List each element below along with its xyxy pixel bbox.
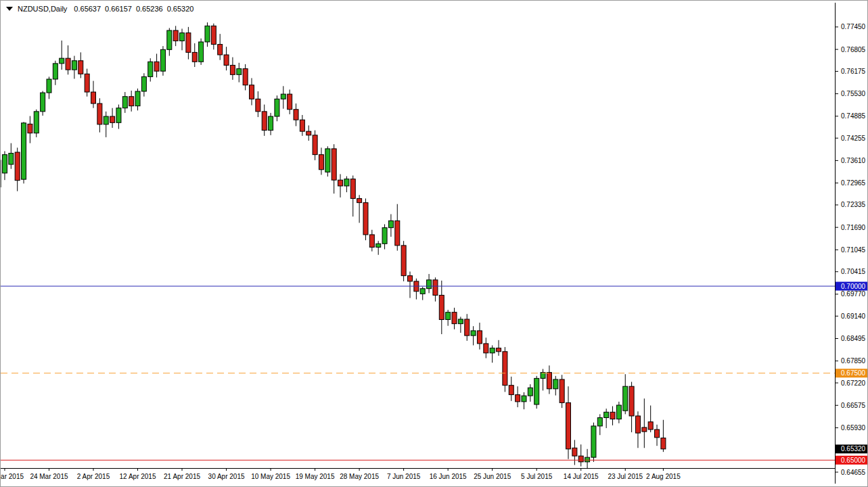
price-tick-label: 0.76805 xyxy=(841,46,866,53)
candle-up xyxy=(2,155,7,173)
candle-up xyxy=(104,116,108,124)
price-tick-label: 0.64655 xyxy=(841,469,866,476)
candle-down xyxy=(218,45,223,55)
candle-up xyxy=(522,396,526,402)
candle-down xyxy=(439,295,444,319)
candle-up xyxy=(160,49,165,71)
candle-down xyxy=(363,203,368,235)
level-badge-0.65000-label: 0.65000 xyxy=(841,457,866,464)
price-tick-label: 0.71690 xyxy=(841,224,866,231)
candle-up xyxy=(376,244,381,247)
candle-down xyxy=(503,352,507,386)
candle-up xyxy=(199,42,204,62)
candle-up xyxy=(22,123,26,179)
candlestick-chart[interactable]: 0.774500.768050.761750.755300.748850.742… xyxy=(1,1,868,487)
candle-down xyxy=(288,94,292,110)
time-tick-label: 15 Mar 2015 xyxy=(1,473,24,480)
price-tick-label: 0.72335 xyxy=(841,201,866,208)
candle-up xyxy=(281,94,285,99)
candle-up xyxy=(141,76,146,91)
candle-down xyxy=(566,402,571,448)
candle-down xyxy=(661,438,666,449)
candle-down xyxy=(306,131,311,135)
candle-up xyxy=(420,289,425,294)
time-tick-label: 2 Aug 2015 xyxy=(646,473,681,480)
candle-up xyxy=(604,412,609,417)
time-tick-label: 25 Jun 2015 xyxy=(474,473,511,480)
symbol-period-label: NZDUSD,Daily xyxy=(18,5,67,13)
time-tick-label: 5 Jul 2015 xyxy=(521,473,553,480)
candle-down xyxy=(129,97,134,106)
candle-up xyxy=(72,61,76,70)
price-tick-label: 0.67850 xyxy=(841,357,866,365)
time-tick-label: 23 Jul 2015 xyxy=(608,473,643,480)
candle-down xyxy=(610,412,615,419)
candle-down xyxy=(91,92,96,103)
candle-up xyxy=(616,405,621,419)
price-tick-label: 0.67220 xyxy=(841,379,866,387)
candle-up xyxy=(446,312,451,320)
level-badge-0.67500-label: 0.67500 xyxy=(841,369,866,377)
candle-up xyxy=(471,331,476,335)
candle-down xyxy=(465,319,470,335)
candle-up xyxy=(388,221,393,227)
time-tick-label: 24 Mar 2015 xyxy=(30,473,68,480)
candle-down xyxy=(395,221,400,246)
candle-up xyxy=(427,280,432,289)
time-tick-label: 12 Apr 2015 xyxy=(120,473,156,480)
level-badge-0.70000-label: 0.70000 xyxy=(841,283,866,290)
candle-up xyxy=(60,58,64,64)
candle-down xyxy=(300,120,304,131)
candle-up xyxy=(623,386,628,411)
price-tick-label: 0.69770 xyxy=(841,290,866,298)
candle-down xyxy=(357,198,362,202)
time-tick-label: 30 Apr 2015 xyxy=(208,473,245,480)
candle-down xyxy=(477,331,482,344)
candle-down xyxy=(110,116,115,122)
candle-down xyxy=(484,344,488,353)
candle-down xyxy=(154,62,159,71)
candle-up xyxy=(534,378,539,404)
candle-down xyxy=(401,246,406,276)
open-value: 0.65637 xyxy=(74,5,101,13)
candle-up xyxy=(148,62,153,76)
candle-down xyxy=(332,149,336,180)
candle-down xyxy=(78,61,83,74)
candle-down xyxy=(294,110,298,120)
candle-up xyxy=(591,426,596,457)
price-tick-label: 0.68495 xyxy=(841,335,866,342)
time-tick-label: 14 Jul 2015 xyxy=(564,473,599,480)
price-tick-label: 0.72965 xyxy=(841,179,866,187)
symbol-dropdown-icon[interactable] xyxy=(6,7,13,11)
candle-down xyxy=(230,65,235,74)
time-tick-label: 10 May 2015 xyxy=(251,473,290,480)
candle-down xyxy=(408,276,413,281)
candle-down xyxy=(28,124,32,133)
candle-down xyxy=(97,103,102,124)
candle-up xyxy=(269,116,273,131)
candle-up xyxy=(180,33,185,41)
chart-window: NZDUSD,Daily 0.65637 0.66157 0.65236 0.6… xyxy=(0,0,868,487)
price-tick-label: 0.76175 xyxy=(841,68,866,75)
candle-up xyxy=(275,99,279,116)
candle-down xyxy=(635,416,640,433)
candle-down xyxy=(516,395,520,402)
candle-down xyxy=(452,312,457,324)
candle-up xyxy=(205,26,210,42)
price-tick-label: 0.66575 xyxy=(841,402,866,409)
candle-up xyxy=(9,154,14,164)
current-price-badge-label: 0.65320 xyxy=(841,445,866,453)
candle-up xyxy=(135,91,140,106)
price-tick-label: 0.74885 xyxy=(841,112,866,120)
price-tick-label: 0.74255 xyxy=(841,135,866,142)
candle-up xyxy=(458,319,463,324)
price-tick-label: 0.77450 xyxy=(841,23,866,30)
candle-up xyxy=(53,64,58,79)
candle-down xyxy=(655,430,660,438)
candle-down xyxy=(211,26,216,44)
candle-up xyxy=(490,348,495,353)
candle-down xyxy=(369,235,374,248)
candle-up xyxy=(528,388,532,396)
candle-down xyxy=(256,99,260,112)
candle-down xyxy=(629,386,634,416)
